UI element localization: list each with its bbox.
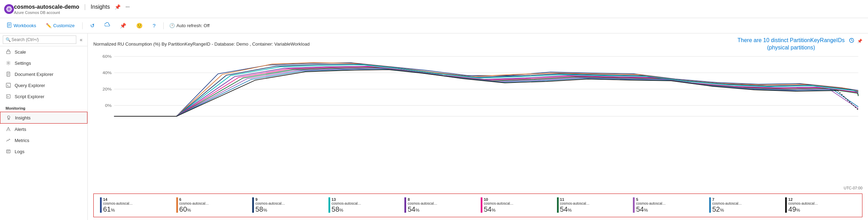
main-layout: 🔍 « Scale Settings Document Explorer: [0, 33, 868, 220]
legend-pct: 54%: [484, 205, 515, 213]
svg-point-17: [8, 116, 10, 118]
legend-name: cosmos-autoscale-demo: [712, 202, 744, 205]
chart-pin-icon[interactable]: 📌: [857, 39, 862, 44]
header-separator: |: [84, 3, 86, 10]
header-title-group: cosmos-autoscale-demo | Insights 📌 ··· A…: [14, 3, 130, 15]
sidebar-item-alerts[interactable]: Alerts: [0, 124, 87, 135]
legend-pct: 52%: [712, 205, 744, 213]
legend-text: 14 cosmos-autoscale-demo 61%: [103, 197, 134, 213]
scale-icon: [6, 49, 11, 55]
legend-item: 11 cosmos-autoscale-demo 54%: [555, 197, 630, 214]
legend-pct: 58%: [332, 205, 363, 213]
search-icon: 🔍: [6, 37, 11, 42]
customize-icon: ✏️: [46, 23, 52, 28]
chart-header-icons: 📌: [849, 38, 862, 44]
sidebar-item-insights-label: Insights: [15, 115, 31, 120]
monitoring-section-label: Monitoring: [0, 102, 87, 112]
legend-row: 14 cosmos-autoscale-demo 61% 6 cosmos-au…: [93, 194, 862, 217]
logs-icon: [6, 149, 11, 154]
legend-name: cosmos-autoscale-demo: [636, 202, 667, 205]
legend-text: 12 cosmos-autoscale-demo 49%: [788, 197, 820, 213]
search-input[interactable]: [3, 36, 76, 44]
toolbar-separator: [82, 22, 83, 29]
sidebar-item-scale[interactable]: Scale: [0, 46, 87, 57]
legend-num: 10: [484, 197, 515, 202]
more-icon[interactable]: ···: [125, 4, 130, 10]
legend-name: cosmos-autoscale-demo: [255, 202, 287, 205]
refresh-icon[interactable]: ↺: [88, 21, 97, 30]
document-explorer-icon: [6, 71, 11, 77]
auto-refresh-icon: 🕐: [169, 23, 175, 28]
legend-item: 13 cosmos-autoscale-demo 58%: [326, 197, 401, 214]
legend-text: 6 cosmos-autoscale-demo 60%: [179, 197, 211, 213]
cloud-icon[interactable]: [102, 21, 112, 30]
legend-item: 9 cosmos-autoscale-demo 58%: [250, 197, 325, 214]
legend-pct: 60%: [179, 205, 211, 213]
sidebar-item-settings[interactable]: Settings: [0, 57, 87, 69]
workbooks-button[interactable]: Workbooks: [4, 21, 38, 30]
legend-item: 5 cosmos-autoscale-demo 54%: [631, 197, 706, 214]
sidebar-item-query-explorer-label: Query Explorer: [15, 83, 45, 88]
svg-text:40%: 40%: [102, 71, 112, 75]
legend-color-bar: [785, 197, 787, 213]
auto-refresh-control[interactable]: 🕐 Auto refresh: Off: [169, 23, 210, 28]
sidebar-item-metrics[interactable]: Metrics: [0, 135, 87, 146]
sidebar-item-metrics-label: Metrics: [15, 138, 29, 143]
legend-num: 14: [103, 197, 134, 202]
customize-button[interactable]: ✏️ Customize: [44, 22, 77, 30]
svg-rect-15: [6, 83, 10, 87]
cosmos-db-icon: [4, 4, 14, 14]
legend-num: 12: [788, 197, 820, 202]
header: cosmos-autoscale-demo | Insights 📌 ··· A…: [0, 0, 868, 18]
script-explorer-icon: [6, 94, 11, 99]
sidebar-item-script-explorer[interactable]: Script Explorer: [0, 91, 87, 102]
legend-item: 10 cosmos-autoscale-demo 54%: [479, 197, 553, 214]
timezone-label: UTC-07:00: [88, 186, 868, 191]
legend-name: cosmos-autoscale-demo: [560, 202, 591, 205]
legend-name: cosmos-autoscale-demo: [179, 202, 211, 205]
legend-color-bar: [709, 197, 711, 213]
sidebar-item-scale-label: Scale: [15, 49, 26, 55]
pin-toolbar-icon[interactable]: 📌: [118, 21, 129, 30]
legend-item: 14 cosmos-autoscale-demo 61%: [98, 197, 173, 214]
sidebar-item-document-explorer-label: Document Explorer: [15, 72, 53, 77]
legend-text: 8 cosmos-autoscale-demo 54%: [408, 197, 439, 213]
customize-label: Customize: [53, 23, 75, 28]
pin-icon[interactable]: 📌: [115, 4, 121, 10]
workbooks-label: Workbooks: [14, 23, 36, 28]
sidebar-item-logs[interactable]: Logs: [0, 146, 87, 157]
legend-pct: 61%: [103, 205, 134, 213]
emoji-icon[interactable]: 🙂: [134, 21, 145, 30]
chart-header-right: There are 10 distinct PartitionKeyRangeI…: [737, 37, 862, 52]
svg-text:20%: 20%: [102, 87, 112, 92]
legend-name: cosmos-autoscale-demo: [788, 202, 820, 205]
chart-history-icon[interactable]: [849, 38, 854, 44]
resource-name: cosmos-autoscale-demo: [14, 4, 79, 10]
sidebar-item-query-explorer[interactable]: Query Explorer: [0, 80, 87, 91]
sidebar-item-script-explorer-label: Script Explorer: [15, 94, 44, 99]
legend-color-bar: [633, 197, 635, 213]
insights-icon: [6, 115, 11, 120]
legend-pct: 58%: [255, 205, 287, 213]
page-title: Insights: [91, 4, 110, 10]
legend-num: 5: [636, 197, 667, 202]
chart-header: Normalized RU Consumption (%) By Partiti…: [88, 33, 868, 53]
sidebar-item-document-explorer[interactable]: Document Explorer: [0, 69, 87, 80]
legend-name: cosmos-autoscale-demo: [332, 202, 363, 205]
legend-num: 8: [408, 197, 439, 202]
sidebar-item-insights[interactable]: Insights: [0, 112, 87, 124]
sidebar-item-logs-label: Logs: [15, 149, 24, 154]
svg-point-3: [8, 8, 10, 10]
sidebar-collapse-button[interactable]: «: [78, 36, 85, 43]
sidebar-item-settings-label: Settings: [15, 61, 31, 66]
legend-text: 10 cosmos-autoscale-demo 54%: [484, 197, 515, 213]
legend-text: 9 cosmos-autoscale-demo 58%: [255, 197, 287, 213]
legend-color-bar: [252, 197, 254, 213]
legend-color-bar: [328, 197, 330, 213]
svg-text:60%: 60%: [102, 54, 112, 59]
help-icon[interactable]: ?: [150, 21, 157, 30]
legend-text: 11 cosmos-autoscale-demo 54%: [560, 197, 591, 213]
legend-color-bar: [176, 197, 178, 213]
legend-color-bar: [557, 197, 559, 213]
svg-point-19: [8, 131, 8, 131]
